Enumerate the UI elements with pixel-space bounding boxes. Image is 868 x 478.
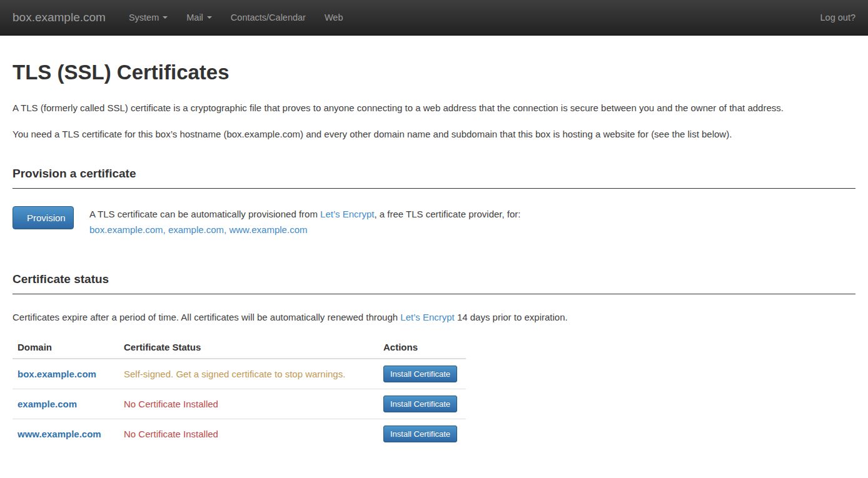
- certificate-table: Domain Certificate Status Actions box.ex…: [13, 336, 466, 449]
- nav-item-system[interactable]: System: [119, 1, 177, 34]
- page-title: TLS (SSL) Certificates: [13, 61, 855, 84]
- domain-link[interactable]: example.com: [18, 399, 77, 409]
- main-content: TLS (SSL) Certificates A TLS (formerly c…: [0, 61, 868, 449]
- caret-down-icon: [163, 16, 168, 19]
- table-header-row: Domain Certificate Status Actions: [13, 336, 466, 359]
- navbar-brand[interactable]: box.example.com: [13, 11, 106, 24]
- column-header-certificate-status: Certificate Status: [119, 336, 378, 359]
- nav-item-web[interactable]: Web: [315, 1, 353, 34]
- nav-item-mail[interactable]: Mail: [177, 1, 221, 34]
- intro-paragraph-1: A TLS (formerly called SSL) certificate …: [13, 101, 855, 116]
- provision-text-after: , a free TLS certificate provider, for:: [375, 209, 521, 219]
- certificate-status-text: Self-signed. Get a signed certificate to…: [124, 369, 345, 379]
- nav-item-label: Mail: [186, 12, 203, 22]
- certificate-status-text: No Certificate Installed: [124, 429, 218, 439]
- nav-item-label: Web: [325, 12, 343, 22]
- nav-item-label: System: [129, 12, 159, 22]
- provision-row: Provision A TLS certificate can be autom…: [13, 206, 855, 237]
- install-certificate-button[interactable]: Install Certificate: [383, 396, 457, 412]
- table-row: example.com No Certificate Installed Ins…: [13, 389, 466, 419]
- provision-button[interactable]: Provision: [13, 206, 74, 229]
- domain-link[interactable]: www.example.com: [18, 429, 101, 439]
- column-header-actions: Actions: [378, 336, 466, 359]
- nav-item-label: Contacts/Calendar: [231, 12, 306, 22]
- lets-encrypt-link[interactable]: Let’s Encrypt: [320, 209, 374, 219]
- status-description: Certificates expire after a period of ti…: [13, 312, 855, 322]
- install-certificate-button[interactable]: Install Certificate: [383, 426, 457, 442]
- provision-text-before: A TLS certificate can be automatically p…: [89, 209, 320, 219]
- status-text-before: Certificates expire after a period of ti…: [13, 312, 400, 322]
- lets-encrypt-link[interactable]: Let’s Encrypt: [400, 312, 454, 322]
- table-row: box.example.com Self-signed. Get a signe…: [13, 359, 466, 389]
- intro-paragraph-2: You need a TLS certificate for this box’…: [13, 127, 855, 142]
- provision-description: A TLS certificate can be automatically p…: [89, 206, 521, 237]
- navbar-menu: System Mail Contacts/Calendar Web: [119, 1, 820, 34]
- table-row: www.example.com No Certificate Installed…: [13, 419, 466, 449]
- provision-domains-list: box.example.com, example.com, www.exampl…: [89, 224, 307, 235]
- certificate-status-text: No Certificate Installed: [124, 399, 218, 409]
- top-navbar: box.example.com System Mail Contacts/Cal…: [0, 0, 868, 36]
- caret-down-icon: [207, 16, 212, 19]
- column-header-domain: Domain: [13, 336, 119, 359]
- status-section-heading: Certificate status: [13, 272, 855, 294]
- nav-item-contacts-calendar[interactable]: Contacts/Calendar: [221, 1, 315, 34]
- install-certificate-button[interactable]: Install Certificate: [383, 366, 457, 382]
- provision-section-heading: Provision a certificate: [13, 167, 855, 189]
- status-text-after: 14 days prior to expiration.: [455, 312, 568, 322]
- domain-link[interactable]: box.example.com: [18, 369, 96, 379]
- logout-link[interactable]: Log out?: [820, 12, 855, 22]
